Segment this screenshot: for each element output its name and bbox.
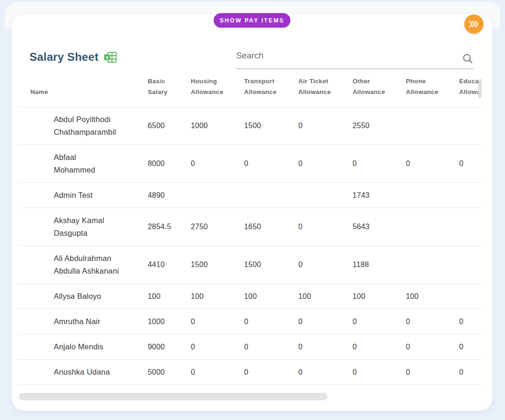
cell-value: 0: [244, 362, 298, 383]
employee-name: Anushka Udana: [19, 360, 148, 384]
cell-value: 0: [459, 362, 482, 383]
cell-value: 0: [406, 153, 459, 174]
cell-value: 0: [353, 362, 406, 383]
cell-value: [459, 259, 482, 271]
employee-name: Abfaal Mohammed: [19, 145, 148, 182]
cell-value: 100: [353, 286, 406, 307]
cell-value: [191, 189, 244, 202]
cell-value: 1500: [244, 254, 298, 275]
cell-value: 0: [459, 337, 482, 357]
cell-value: 1000: [148, 311, 191, 332]
table-row[interactable]: Amrutha Nair1000000000: [19, 309, 482, 334]
cell-value: 1500: [244, 116, 298, 136]
search-field: [236, 51, 474, 69]
cell-value: 1188: [353, 254, 406, 275]
cell-value: 0: [406, 311, 459, 332]
employee-name: Allysa Baloyo: [19, 284, 148, 309]
employee-name: Abdul Poyilthodi Chathamparambil: [19, 107, 148, 145]
column-header: Transport Allowance: [244, 76, 298, 97]
search-icon[interactable]: [462, 53, 473, 64]
cell-value: 4410: [148, 254, 191, 275]
table-row[interactable]: Anjalo Mendis9000000000: [19, 334, 482, 360]
employee-name: Admin Test: [19, 183, 148, 208]
page-title: Salary Sheet: [29, 51, 99, 64]
cell-value: 0: [298, 153, 353, 174]
employee-name: Anjalo Mendis: [19, 334, 148, 359]
cell-value: [244, 189, 298, 202]
cell-value: 0: [298, 217, 353, 237]
cell-value: [459, 189, 482, 202]
triple-chevron-right-icon: [469, 21, 479, 28]
cell-value: 0: [298, 337, 353, 357]
cell-value: 4890: [148, 185, 191, 206]
cell-value: 0: [191, 337, 244, 357]
cell-value: 5000: [148, 362, 191, 383]
cell-value: 0: [244, 337, 298, 357]
column-header: Air Ticket Allowance: [298, 76, 353, 97]
column-header: Other Allowance: [353, 76, 406, 97]
cell-value: 0: [406, 337, 459, 357]
cell-value: 1650: [244, 217, 298, 237]
cell-value: 1000: [191, 116, 244, 136]
cell-value: [406, 221, 459, 233]
show-pay-items-button[interactable]: SHOW PAY ITEMS: [214, 13, 290, 28]
cell-value: 0: [459, 311, 482, 332]
column-header: Housing Allowance: [191, 76, 244, 97]
column-header: Basic Salary: [148, 76, 191, 97]
cell-value: 0: [353, 337, 406, 357]
table-row[interactable]: Abdul Poyilthodi Chathamparambil65001000…: [19, 107, 482, 145]
column-header: Phone Allowance: [406, 76, 459, 97]
table-row[interactable]: Anushka Udana5000000000: [19, 360, 482, 385]
cell-value: 100: [244, 286, 298, 307]
excel-spreadsheet-icon: x: [104, 51, 117, 63]
vertical-scrollbar-thumb[interactable]: [478, 80, 482, 98]
cell-value: [406, 189, 459, 202]
cell-value: 8000: [148, 153, 191, 174]
svg-text:x: x: [106, 55, 108, 60]
cell-value: 0: [191, 311, 244, 332]
expand-panel-button[interactable]: [464, 14, 483, 34]
cell-value: 6500: [148, 116, 191, 136]
cell-value: [406, 120, 459, 132]
cell-value: 0: [406, 362, 459, 383]
table-row[interactable]: Abfaal Mohammed8000000000: [19, 145, 482, 183]
cell-value: 2550: [353, 116, 406, 136]
cell-value: 100: [298, 286, 353, 307]
cell-value: 0: [353, 153, 406, 174]
table-body: Abdul Poyilthodi Chathamparambil65001000…: [19, 107, 482, 385]
cell-value: 0: [459, 153, 482, 174]
salary-sheet-card: Salary Sheet x: [12, 14, 492, 411]
cell-value: [459, 120, 482, 132]
card-header: Salary Sheet x: [29, 45, 474, 69]
cell-value: 1500: [191, 254, 244, 275]
column-header: Name: [19, 87, 148, 97]
table-row[interactable]: Allysa Baloyo100100100100100100: [19, 284, 482, 309]
table-row[interactable]: Akshay Kamal Dasgupta2854.52750165005643: [19, 208, 482, 246]
horizontal-scrollbar-thumb[interactable]: [19, 393, 327, 400]
table-row[interactable]: Ali Abdulrahman Abdulla Ashkanani4410150…: [19, 246, 482, 284]
cell-value: 1743: [353, 185, 406, 206]
table-header-row: NameBasic SalaryHousing AllowanceTranspo…: [19, 73, 482, 107]
cell-value: [459, 221, 482, 233]
employee-name: Akshay Kamal Dasgupta: [19, 208, 148, 246]
cell-value: 0: [353, 311, 406, 332]
cell-value: 0: [298, 254, 353, 275]
cell-value: 0: [298, 311, 353, 332]
cell-value: 100: [406, 286, 459, 307]
cell-value: 100: [148, 286, 191, 307]
cell-value: 2854.5: [148, 217, 191, 237]
cell-value: [459, 290, 482, 303]
cell-value: 0: [191, 362, 244, 383]
table-row[interactable]: Admin Test48901743: [19, 183, 482, 208]
cell-value: 0: [244, 311, 298, 332]
cell-value: 9000: [148, 337, 191, 357]
cell-value: 0: [298, 116, 353, 136]
cell-value: 0: [244, 153, 298, 174]
cell-value: 100: [191, 286, 244, 307]
cell-value: 2750: [191, 217, 244, 237]
export-excel-button[interactable]: x: [104, 51, 117, 63]
search-input[interactable]: [236, 51, 458, 61]
employee-name: Ali Abdulrahman Abdulla Ashkanani: [19, 246, 148, 283]
cell-value: 0: [298, 362, 353, 383]
cell-value: 0: [191, 153, 244, 174]
